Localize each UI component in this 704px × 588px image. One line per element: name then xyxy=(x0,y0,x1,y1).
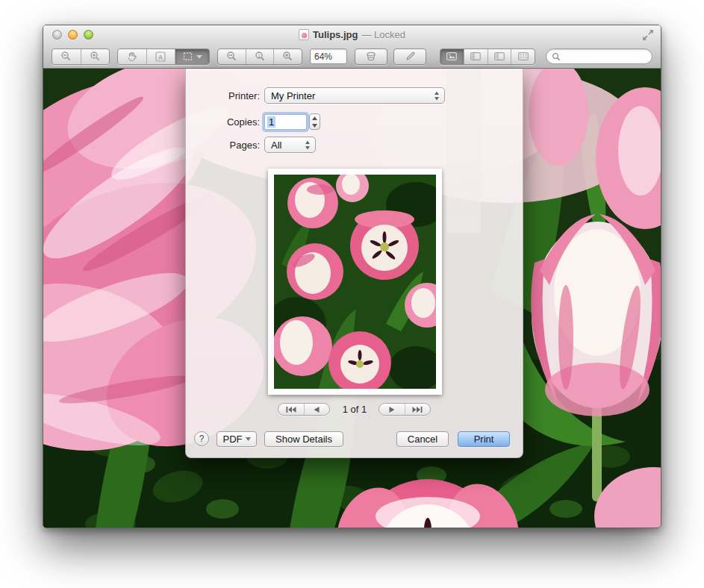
stepper-down-icon xyxy=(312,122,317,129)
cancel-button[interactable]: Cancel xyxy=(396,431,449,447)
pager-forward-group xyxy=(379,403,431,416)
copies-stepper[interactable] xyxy=(309,113,320,130)
next-page-icon xyxy=(389,407,395,413)
view-contact-sheet-button[interactable] xyxy=(511,49,535,64)
fullscreen-icon[interactable] xyxy=(643,30,653,40)
preview-window: Tulips.jpg — Locked xyxy=(43,25,661,528)
selection-rect-icon xyxy=(183,51,194,61)
loupe-icon xyxy=(365,51,377,62)
text-tool-icon: A xyxy=(155,51,166,62)
svg-text:1: 1 xyxy=(258,53,261,58)
copies-label: Copies: xyxy=(186,116,264,128)
zoom-out-icon xyxy=(60,51,72,62)
next-page-button[interactable] xyxy=(379,404,405,415)
print-preview-page xyxy=(268,169,442,395)
page-indicator: 1 of 1 xyxy=(331,404,379,415)
move-tool-button[interactable] xyxy=(118,49,146,64)
markup-button[interactable] xyxy=(393,49,426,65)
zoom-tools-group xyxy=(52,49,110,65)
last-page-icon xyxy=(412,407,423,413)
printer-label: Printer: xyxy=(186,90,264,101)
show-details-label: Show Details xyxy=(275,434,332,445)
last-page-button[interactable] xyxy=(405,404,431,415)
popup-arrows-icon xyxy=(434,91,440,101)
copies-input[interactable]: 1 xyxy=(264,114,307,130)
help-button[interactable]: ? xyxy=(194,431,209,446)
search-field[interactable] xyxy=(546,49,652,64)
print-button[interactable]: Print xyxy=(458,431,510,447)
window-chrome: Tulips.jpg — Locked xyxy=(43,25,661,69)
titlebar[interactable]: Tulips.jpg — Locked xyxy=(43,25,661,44)
sidebar-list-icon xyxy=(494,52,505,60)
sidebar-thumbnails-icon xyxy=(470,52,481,60)
pages-popup-value: All xyxy=(271,140,281,151)
scale-group: 1 xyxy=(217,49,302,65)
show-details-button[interactable]: Show Details xyxy=(264,431,343,447)
zoom-level-field[interactable] xyxy=(310,49,347,64)
first-page-icon xyxy=(286,407,296,413)
close-button[interactable] xyxy=(52,30,62,40)
popup-arrows-icon xyxy=(305,140,311,150)
pager-back-group xyxy=(278,403,330,416)
page-navigation: 1 of 1 xyxy=(186,403,523,416)
grid-icon xyxy=(518,52,529,60)
print-label: Print xyxy=(474,434,494,445)
view-thumbnails-button[interactable] xyxy=(464,49,487,64)
view-toc-button[interactable] xyxy=(487,49,511,64)
view-mode-group xyxy=(440,49,535,65)
pdf-menu-button[interactable]: PDF xyxy=(217,431,257,447)
actual-size-button[interactable]: 1 xyxy=(246,49,274,64)
window-controls xyxy=(52,30,93,40)
toolbar: A xyxy=(43,44,661,69)
pencil-icon xyxy=(405,51,416,62)
chevron-down-icon xyxy=(196,54,202,59)
first-page-button[interactable] xyxy=(278,404,304,415)
enlarge-icon xyxy=(282,51,293,62)
zoom-window-button[interactable] xyxy=(84,30,93,40)
dialog-buttons: ? PDF Show Details Cancel Print xyxy=(186,431,523,448)
loupe-button[interactable] xyxy=(355,49,387,65)
lock-status: — Locked xyxy=(361,29,405,40)
select-tool-button[interactable] xyxy=(175,49,209,64)
window-title: Tulips.jpg — Locked xyxy=(299,29,405,40)
zoom-in-icon xyxy=(90,51,101,62)
zoom-out-button[interactable] xyxy=(52,49,81,64)
shrink-icon xyxy=(226,51,237,62)
view-content-only-button[interactable] xyxy=(440,49,464,64)
print-preview-image xyxy=(274,175,436,389)
document-icon xyxy=(299,29,309,40)
enlarge-button[interactable] xyxy=(273,49,302,64)
document-name: Tulips.jpg xyxy=(313,29,358,40)
mode-tools-group: A xyxy=(117,49,210,65)
print-dialog: Printer: My Printer Copies: 1 xyxy=(185,69,523,458)
previous-page-icon xyxy=(314,407,320,413)
svg-text:A: A xyxy=(158,53,163,60)
search-icon xyxy=(552,52,561,61)
cancel-label: Cancel xyxy=(408,434,437,445)
copies-value: 1 xyxy=(267,116,275,128)
actual-size-icon: 1 xyxy=(255,51,266,62)
printer-popup-value: My Printer xyxy=(271,90,315,101)
hand-tool-icon xyxy=(126,51,137,62)
single-image-icon xyxy=(446,52,457,60)
text-tool-button[interactable]: A xyxy=(146,49,175,64)
pdf-label: PDF xyxy=(223,434,243,445)
minimize-button[interactable] xyxy=(68,30,78,40)
printer-popup[interactable]: My Printer xyxy=(264,87,445,104)
stepper-up-icon xyxy=(312,115,317,122)
zoom-in-button[interactable] xyxy=(81,49,110,64)
search-input[interactable] xyxy=(564,51,647,62)
document-canvas[interactable]: Printer: My Printer Copies: 1 xyxy=(43,69,661,528)
help-label: ? xyxy=(199,434,205,444)
shrink-button[interactable] xyxy=(218,49,246,64)
previous-page-button[interactable] xyxy=(304,404,330,415)
pdf-caret-icon xyxy=(246,437,251,441)
pages-popup[interactable]: All xyxy=(264,137,316,153)
pages-label: Pages: xyxy=(186,140,264,151)
